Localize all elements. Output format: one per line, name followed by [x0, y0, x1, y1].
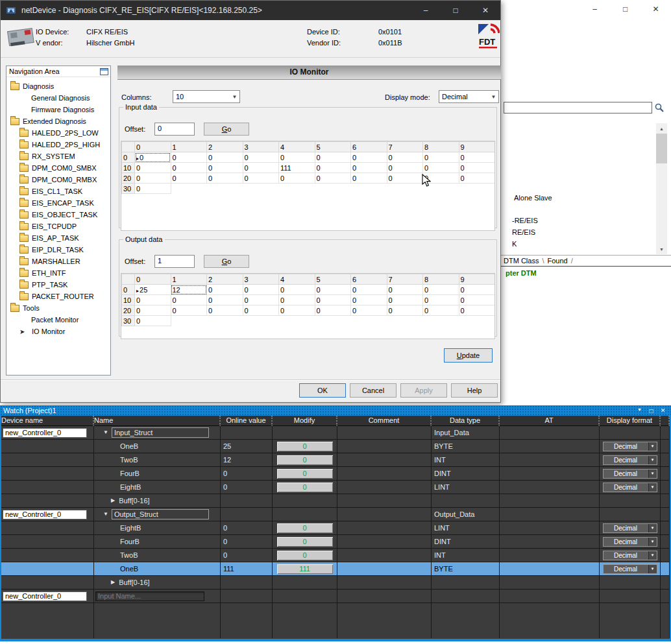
io-cell[interactable]: 0	[351, 285, 387, 295]
name-cell[interactable]: TwoB	[94, 453, 221, 467]
name-cell[interactable]: OneB	[94, 440, 221, 453]
io-cell[interactable]: 0	[207, 285, 243, 295]
scroll-up-icon[interactable]: ▲	[656, 123, 667, 134]
io-cell[interactable]: 0	[315, 295, 351, 305]
help-button[interactable]: Help	[451, 383, 498, 398]
ok-button[interactable]: OK	[299, 383, 346, 398]
nav-item-haledd-2ps-low[interactable]: HALEDD_2PS_LOW	[6, 127, 110, 139]
nav-item-eis-object-task[interactable]: EIS_OBJECT_TASK	[6, 209, 110, 221]
nav-item-rx-system[interactable]: RX_SYSTEM	[6, 150, 110, 162]
watch-row[interactable]: EightB00LINTDecimal▼	[1, 481, 670, 494]
display-format-dropdown[interactable]: Decimal▼	[603, 551, 657, 560]
titlebar[interactable]: netDevice - Diagnosis CIFX_RE_EIS[CIFX R…	[1, 1, 500, 20]
io-cell[interactable]: ▸25	[135, 285, 171, 295]
nav-item-haledd-2ps-high[interactable]: HALEDD_2PS_HIGH	[6, 139, 110, 150]
cancel-button[interactable]: Cancel	[350, 383, 396, 398]
maximize-icon[interactable]: □	[646, 407, 656, 414]
nav-item-eis-encap-task[interactable]: EIS_ENCAP_TASK	[6, 197, 110, 209]
io-cell[interactable]: 0	[135, 184, 171, 194]
name-cell[interactable]: ▶Buff[0-16]	[94, 576, 221, 590]
io-cell[interactable]: 0	[423, 285, 459, 295]
struct-name-box[interactable]: Output_Struct	[112, 509, 209, 519]
io-cell[interactable]: 0	[459, 285, 495, 295]
input-offset-field[interactable]: 0	[154, 123, 195, 136]
display-format-dropdown[interactable]: Decimal▼	[603, 455, 657, 465]
tab-found[interactable]: Found	[547, 257, 567, 265]
io-cell[interactable]: 0	[315, 305, 351, 316]
io-cell[interactable]: 0	[207, 305, 243, 316]
io-cell[interactable]: 0	[207, 173, 243, 184]
nav-item-firmware-diagnosis[interactable]: Firmware Diagnosis	[6, 104, 110, 115]
modify-value-button[interactable]: 0	[277, 483, 333, 492]
io-cell[interactable]: 0	[279, 173, 315, 184]
name-cell[interactable]: EightB	[94, 521, 221, 535]
io-cell[interactable]: 0	[459, 295, 495, 305]
close-icon[interactable]: ✕	[470, 1, 500, 20]
modify-value-button[interactable]: 0	[277, 469, 333, 479]
nav-item-diagnosis[interactable]: Diagnosis	[6, 80, 110, 92]
minimize-icon[interactable]: –	[411, 1, 441, 20]
modify-value-button[interactable]: 0	[277, 442, 333, 451]
io-cell[interactable]: 0	[351, 295, 387, 305]
nav-item-ptp-task[interactable]: PTP_TASK	[6, 279, 110, 291]
io-cell[interactable]: 0	[135, 173, 171, 184]
watch-row[interactable]: TwoB120INTDecimal▼	[1, 453, 670, 467]
close-icon[interactable]: ✕	[640, 0, 671, 18]
device-name-box[interactable]: new_Controller_0	[3, 591, 87, 601]
display-format-dropdown[interactable]: Decimal▼	[603, 537, 657, 547]
input-go-button[interactable]: Go	[204, 123, 249, 136]
watch-row[interactable]: ▶Buff[0-16]	[1, 576, 670, 590]
watch-row[interactable]: OneB250BYTEDecimal▼	[1, 440, 670, 453]
io-cell[interactable]	[243, 184, 279, 194]
io-cell[interactable]	[207, 184, 243, 194]
io-cell[interactable]: 0	[279, 305, 315, 316]
io-cell[interactable]: 0	[423, 305, 459, 316]
watch-row[interactable]: ▶Buff[0-16]	[1, 494, 670, 508]
io-cell[interactable]: 0	[171, 163, 207, 173]
io-cell[interactable]: 0	[207, 295, 243, 305]
struct-name-box[interactable]: Input_Struct	[112, 427, 209, 438]
display-format-dropdown[interactable]: Decimal▼	[603, 523, 657, 533]
name-cell[interactable]: ▼Input_Struct	[94, 426, 221, 440]
io-cell[interactable]: 0	[387, 163, 423, 173]
io-cell[interactable]: 0	[243, 295, 279, 305]
io-cell[interactable]: 0	[171, 305, 207, 316]
nav-item-packet-router[interactable]: PACKET_ROUTER	[6, 291, 110, 302]
watch-row[interactable]: FourB00DINTDecimal▼	[1, 467, 670, 481]
io-cell[interactable]: 111	[279, 163, 315, 173]
io-cell[interactable]: 0	[459, 305, 495, 316]
io-cell[interactable]	[243, 316, 279, 326]
io-cell[interactable]: 0	[423, 152, 459, 163]
io-cell[interactable]: 0	[423, 295, 459, 305]
window-position-icon[interactable]: ▼	[635, 407, 644, 414]
io-cell[interactable]: 0	[243, 285, 279, 295]
io-cell[interactable]: ▸0	[135, 152, 171, 163]
nav-item-io-monitor[interactable]: ➤IO Monitor	[6, 326, 110, 337]
nav-item-packet-monitor[interactable]: Packet Monitor	[6, 314, 110, 326]
io-cell[interactable]: 0	[459, 163, 495, 173]
watch-row[interactable]: EightB00LINTDecimal▼	[1, 521, 670, 535]
nav-item-eis-ap-task[interactable]: EIS_AP_TASK	[6, 232, 110, 244]
display-format-dropdown[interactable]: Decimal▼	[603, 483, 657, 492]
io-cell[interactable]: 0	[243, 173, 279, 184]
nav-item-eis-cl1-task[interactable]: EIS_CL1_TASK	[6, 185, 110, 197]
background-scrollbar[interactable]: ▲ ▼	[656, 123, 667, 254]
close-icon[interactable]: ✕	[658, 407, 668, 414]
nav-item-extended-diagnosis[interactable]: Extended Diagnosis	[6, 115, 110, 127]
nav-item-eip-dlr-task[interactable]: EIP_DLR_TASK	[6, 244, 110, 256]
io-cell[interactable]: 0	[135, 305, 171, 316]
io-cell[interactable]: 0	[351, 173, 387, 184]
io-cell[interactable]	[171, 316, 207, 326]
columns-dropdown[interactable]: 10 ▼	[173, 90, 240, 103]
io-cell[interactable]: 0	[315, 173, 351, 184]
nav-item-eth-intf[interactable]: ETH_INTF	[6, 267, 110, 279]
watch-row[interactable]: TwoB00INTDecimal▼	[1, 549, 670, 562]
io-cell[interactable]: 0	[423, 163, 459, 173]
io-cell[interactable]: 0	[207, 152, 243, 163]
nav-item-general-diagnosis[interactable]: General Diagnosis	[6, 92, 110, 104]
io-cell[interactable]	[315, 316, 351, 326]
io-cell[interactable]	[387, 184, 423, 194]
name-cell[interactable]: FourB	[94, 535, 221, 549]
io-cell[interactable]: 0	[171, 173, 207, 184]
name-cell[interactable]: OneB	[94, 562, 221, 576]
